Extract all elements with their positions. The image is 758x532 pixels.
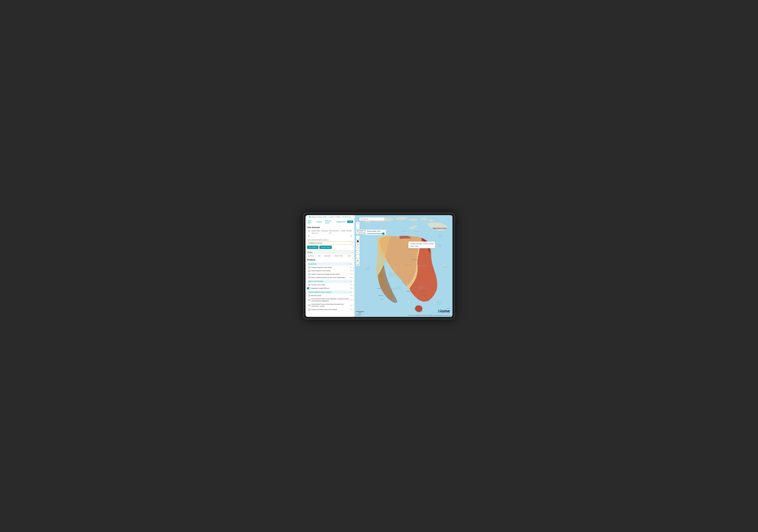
kyoto-icons: 👁 ℹ [350,304,353,306]
category-biodiversity[interactable]: Biodiversity ∧ [307,262,353,266]
canopy-eye-icon[interactable]: 👁 [350,284,352,286]
kyoto-info-icon[interactable]: ℹ [353,304,353,306]
canopy-info-icon[interactable]: ℹ [353,284,353,286]
hmfd-toggle[interactable] [307,273,311,275]
carbon-eye-icon[interactable]: 👁 [350,309,352,310]
mapbox-logo: © mapbox [356,314,362,316]
lock-button[interactable]: 🔒 [356,258,360,262]
product-fpc: Foliage Projective Cover (total) 👁 ℹ [305,266,354,269]
natural-capital-chevron-icon: ∧ [350,291,352,293]
veg-height-eye-icon[interactable]: 👁 [350,287,352,289]
biodiversity-items: Foliage Projective Cover (total) 👁 ℹ Pla… [305,266,354,279]
kyoto-eye-icon[interactable]: 👁 [350,304,352,306]
kyoto-label: Ozius Biome® Kyoto Forest extent (wooded… [311,303,350,307]
ngo-forest-info-icon[interactable]: ℹ [353,299,353,301]
return-to-biome-link[interactable]: Return to Biome Globe [312,216,327,218]
ngo-forest-eye-icon[interactable]: 👁 [350,299,352,301]
satellite-radio[interactable] [357,230,359,232]
svg-text:NORTHERN: NORTHERN [406,254,413,255]
aoi-table: AOI Centre Point Area (ha) Price (ex GST… [307,229,353,234]
fpc-icons: 👁 ℹ [350,267,353,268]
street-radio[interactable] [357,232,359,234]
orders-col-id: Order ID [307,254,317,257]
admin-link[interactable]: Admin [329,216,333,218]
category-biodiversity-label: Biodiversity [308,263,317,265]
device-frame: 🌐 Return to Biome Globe | Admin | Profil… [303,213,455,319]
carbon-icons: 👁 ℹ [350,309,353,310]
upload-button[interactable]: ↑ [356,255,360,258]
tab-open-data[interactable]: Open Data [307,219,314,224]
bmsfc-eye-icon[interactable]: 👁 [350,277,352,279]
map-search-box[interactable]: 🔍 [359,217,385,221]
pin-button[interactable]: 📍 [356,243,360,247]
svg-text:Solomon: Solomon [438,235,442,236]
profile-link[interactable]: Profile [336,216,340,218]
svg-text:Banda Sea: Banda Sea [401,231,407,232]
svg-text:NEW SOUTH: NEW SOUTH [418,286,425,288]
scroll-left-btn[interactable]: ◀ [308,235,309,237]
carbon-toggle[interactable] [307,309,311,311]
ppc-info-icon[interactable]: ℹ [353,270,353,272]
popup-value: Value: 4.60m [410,245,433,247]
opacity-slider[interactable] [367,233,385,234]
veg-height-toggle[interactable] [307,287,311,289]
bmsfc-info-icon[interactable]: ℹ [353,277,353,279]
products-title: Products [307,259,353,261]
ngo-forest-toggle[interactable] [307,299,311,301]
canopy-toggle[interactable] [307,284,311,286]
globe-icon: 🌐 [309,216,311,218]
svg-text:AUSTRALIA: AUSTRALIA [401,282,408,283]
opacity-label: Preview opacity: 100% [367,230,385,232]
ngo-forest-label: Ozius Biome® NGIO Forest Definition (Aus… [311,298,350,302]
carbon-info-icon[interactable]: ℹ [353,309,353,310]
kyoto-toggle[interactable] [307,304,311,306]
hmfd-eye-icon[interactable]: 👁 [350,273,352,275]
map-search-input[interactable] [363,218,383,220]
tab-staff[interactable]: Staff [347,220,353,223]
hmfd-info-icon[interactable]: ℹ [353,273,353,275]
ppc-toggle[interactable] [307,270,311,272]
scroll-right-btn[interactable]: ▶ [351,235,352,237]
biome-core-items: Canopy Cover (total) 👁 ℹ Vegetation Heig… [305,283,354,290]
top-links: 🌐 Return to Biome Globe | Admin | Profil… [305,215,354,218]
fpc-toggle[interactable] [307,266,311,268]
veg-height-info-icon[interactable]: ℹ [353,287,353,289]
bmsfc-toggle[interactable] [307,277,311,279]
orders-chevron-icon: ∧ [352,251,353,253]
ppc-icons: 👁 ℹ [350,270,353,272]
sidebar: 🌐 Return to Biome Globe | Admin | Profil… [305,215,355,317]
fpc-eye-icon[interactable]: 👁 [350,267,352,268]
total-row: Total Area 0ha [307,232,353,234]
col-centre-point: Centre Point [311,229,321,232]
zoom-out-button[interactable]: − [356,225,360,229]
popup-close-button[interactable]: ✕ [433,242,434,244]
delete-button[interactable]: ✕ [356,247,360,250]
ppc-eye-icon[interactable]: 👁 [350,270,352,272]
biomass-eye-icon[interactable]: 👁 [350,295,352,296]
ppc-label: Plant Projective Cover (total) [311,270,350,272]
svg-point-4 [420,218,428,220]
create-order-button[interactable]: Create Order [319,246,331,249]
biomass-toggle[interactable] [307,295,311,296]
tab-request-quote[interactable]: Request Quote [324,219,334,224]
svg-text:Australia: Australia [403,264,413,266]
submit-section: See Orders For/Submit Order As info@oziu… [305,238,354,250]
see-orders-button[interactable]: See Orders [307,246,318,249]
orders-section-header[interactable]: Orders ∧ [305,250,354,254]
fullscreen-button[interactable]: ⛶ [356,236,360,239]
tab-integrations[interactable]: Integrations [336,220,346,223]
zoom-in-button[interactable]: + [356,222,360,225]
draw-polygon-button[interactable]: ⬛ [356,240,360,243]
map-tools: ⛶ ⬛ 📍 ✕ ⎘ ↑ 🔒 📊 [356,236,360,266]
map-area[interactable]: Papua New Guinea Australia Great Austral… [355,215,453,317]
fpc-info-icon[interactable]: ℹ [353,267,353,268]
category-biome-core[interactable]: Biome Core Products ∧ [307,280,353,283]
terms-link[interactable]: Terms of Use [342,216,351,218]
tab-explore[interactable]: Explore [316,220,323,223]
svg-text:Timor-Leste: Timor-Leste [414,231,420,232]
category-natural-capital[interactable]: Natural Capital (Carbon Projects) ∧ [307,291,353,294]
biomass-info-icon[interactable]: ℹ [353,295,353,296]
email-select[interactable]: info@ozius.com.au [307,241,353,245]
copy-button[interactable]: ⎘ [356,251,360,254]
chart-button[interactable]: 📊 [356,262,360,266]
